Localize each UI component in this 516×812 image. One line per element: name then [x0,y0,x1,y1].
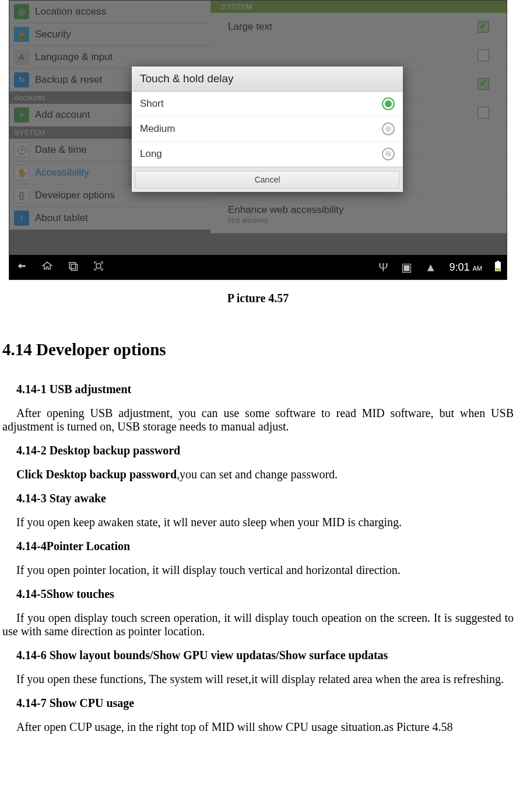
sub-heading: 4.14-3 Stay awake [16,492,514,505]
statusbar-left [15,261,105,274]
option-long[interactable]: Long [132,142,403,167]
back-icon[interactable] [15,261,28,274]
usb-icon: Ψ [378,261,388,274]
svg-rect-1 [71,264,78,271]
figure-caption: P icture 4.57 [0,292,516,305]
sub-heading: 4.14-7 Show CPU usage [16,696,514,710]
paragraph: Click Desktop backup password,you can se… [16,468,514,481]
paragraph: After open CUP usage, in the right top o… [16,720,514,734]
sub-heading: 4.14-5Show touches [16,587,514,601]
statusbar-right: Ψ ▣ ▲ 9:01 AM [378,260,501,274]
warning-icon: ▲ [425,261,437,274]
clock: 9:01 AM [449,261,482,274]
image-icon: ▣ [401,260,412,274]
android-screenshot: ◎Location access 🔒Security ALanguage & i… [9,0,507,280]
paragraph: If you open keep awaken state, it wll ne… [16,516,514,529]
dialog-footer: Cancel [132,167,403,192]
paragraph: If you open these functions, The system … [2,673,514,686]
option-label: Medium [140,123,175,135]
paragraph: After opening USB adjustment, you can us… [2,407,514,433]
section-heading: 4.14 Developer options [0,340,516,359]
text: ,you can set and change password. [177,468,338,481]
bold-text: Click Desktop backup password [16,468,177,481]
screenshot-icon[interactable] [92,261,105,274]
paragraph: If you open display touch screen operati… [2,611,514,638]
touch-hold-dialog: Touch & hold delay Short Medium Long Can… [132,66,403,192]
sub-heading: 4.14-4Pointer Location [16,540,514,553]
option-short[interactable]: Short [132,92,403,117]
android-statusbar: Ψ ▣ ▲ 9:01 AM [9,255,507,279]
document-body: 4.14-1 USB adjustment After opening USB … [0,383,516,756]
cancel-button[interactable]: Cancel [135,171,399,188]
svg-rect-0 [69,262,76,269]
recent-icon[interactable] [66,261,79,274]
radio-icon[interactable] [382,148,395,160]
sub-heading: 4.14-6 Show layout bounds/Show GPU view … [16,649,514,662]
option-label: Long [140,148,162,160]
svg-rect-5 [496,268,500,271]
home-icon[interactable] [41,261,54,274]
option-label: Short [140,98,164,110]
radio-icon[interactable] [382,97,395,110]
paragraph: If you open pointer location, it will di… [16,564,514,577]
sub-heading: 4.14-2 Desktop backup password [16,444,514,457]
radio-icon[interactable] [382,123,395,135]
sub-heading: 4.14-1 USB adjustment [16,383,514,396]
svg-rect-2 [96,264,101,268]
dialog-title: Touch & hold delay [132,66,403,92]
svg-rect-4 [497,261,499,262]
battery-icon [495,261,501,274]
option-medium[interactable]: Medium [132,117,403,142]
